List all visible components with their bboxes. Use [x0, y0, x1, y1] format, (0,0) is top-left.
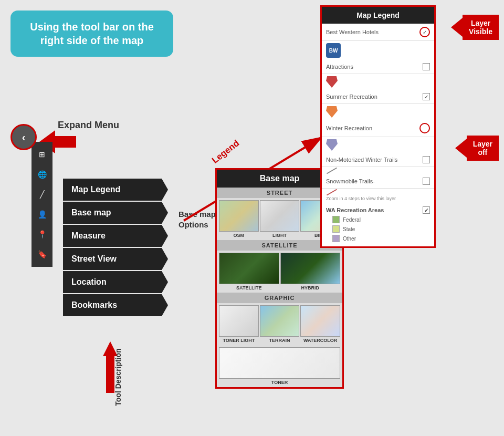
legend-label-winter-rec: Winter Recreation: [326, 125, 372, 131]
basemap-thumb-toner[interactable]: TONER: [219, 347, 340, 385]
sidebar-item-measure[interactable]: Measure ╱: [63, 225, 168, 247]
legend-label-summer-rec: Summer Recreation: [326, 94, 377, 100]
layer-visible-container: LayerVisible: [463, 15, 499, 40]
sidebar-icon-person: 👤: [173, 247, 194, 271]
sidebar-icon-pin: 📍: [173, 271, 194, 294]
legend-item-left-winter: Winter Recreation: [326, 125, 372, 131]
legend-wa-state: State: [322, 224, 434, 234]
legend-item-hotels: Best Western Hotels ✓: [322, 24, 434, 41]
info-box-text: Using the tool bar on the right side of …: [30, 21, 154, 46]
basemap-thumb-osm[interactable]: OSM: [219, 200, 259, 238]
expand-menu-label: Expand Menu: [58, 120, 119, 131]
legend-checkbox-hotels[interactable]: ✓: [419, 27, 430, 37]
legend-item-trails: Non-Motorized Winter Trails: [322, 153, 434, 167]
basemap-thumb-terrain[interactable]: TERRAIN: [260, 305, 300, 343]
icon-bookmark[interactable]: 🔖: [33, 245, 51, 264]
icon-person[interactable]: 👤: [33, 205, 51, 224]
layer-off-container: Layeroff: [467, 136, 499, 161]
legend-checkbox-summer-rec[interactable]: ✓: [423, 93, 430, 100]
legend-sub-label-state: State: [343, 226, 355, 232]
sidebar-item-map-legend[interactable]: Map Legend ⊞: [63, 179, 168, 201]
legend-label-attractions: Attractions: [326, 64, 353, 70]
legend-checkbox-attractions[interactable]: [423, 63, 430, 70]
legend-checkbox-snowmobile[interactable]: [423, 178, 430, 185]
basemap-thumb-img-terrain: [260, 305, 300, 337]
legend-icon-row-attractions: [322, 74, 434, 90]
legend-shield-red-icon: [326, 76, 338, 88]
sidebar-item-label: Base map: [71, 208, 111, 217]
layer-visible-label: LayerVisible: [463, 15, 499, 40]
sidebar-item-label: Map Legend: [71, 185, 120, 194]
legend-color-federal: [332, 216, 340, 223]
legend-item-summer-rec: Summer Recreation ✓: [322, 90, 434, 104]
legend-icon-row-trails: [322, 167, 434, 174]
basemap-thumb-label-terrain: TERRAIN: [260, 338, 300, 343]
basemap-toner-thumbnails: TONER: [217, 345, 342, 387]
legend-title: Map Legend: [322, 7, 434, 24]
basemap-thumb-label-toner: TONER: [219, 380, 340, 385]
layer-off-arrow-head: [455, 139, 467, 158]
tool-description-label: Tool Description: [114, 348, 122, 406]
basemap-thumb-toner-light[interactable]: TONER LIGHT: [219, 305, 259, 343]
expand-menu-button[interactable]: ‹: [10, 124, 37, 150]
sidebar-item-label: Street View: [71, 254, 117, 264]
basemap-graphic-thumbnails: TONER LIGHT TERRAIN WATERCOLOR: [217, 303, 342, 345]
zoom-note: Zoom in 4 steps to view this layer: [322, 196, 434, 203]
legend-color-state: [332, 225, 340, 233]
legend-label-wa-rec: WA Recreation Areas: [326, 207, 384, 213]
sidebar-item-location[interactable]: Location 📍: [63, 271, 168, 293]
basemap-thumb-img-toner-light: [219, 305, 259, 337]
sidebar-item-label: Location: [71, 277, 107, 287]
legend-checkbox-wa-rec[interactable]: ✓: [423, 206, 430, 214]
legend-line-icon: [327, 168, 337, 174]
legend-wa-other: Other: [322, 234, 434, 243]
legend-item-left-attractions: Attractions: [326, 64, 353, 70]
legend-shield-orange-icon: [326, 106, 338, 118]
legend-wa-federal: Federal: [322, 215, 434, 224]
basemap-thumb-label-osm: OSM: [219, 233, 259, 238]
legend-line-red-icon: [327, 189, 337, 196]
legend-item-left-snowmobile: Snowmobile Trails-: [326, 178, 375, 184]
icon-globe[interactable]: 🌐: [33, 165, 51, 184]
legend-item-left-summer: Summer Recreation: [326, 94, 377, 100]
legend-item-winter-rec: Winter Recreation: [322, 120, 434, 137]
legend-label-snowmobile: Snowmobile Trails-: [326, 178, 375, 184]
basemap-thumb-label-satellite: SATELLITE: [219, 285, 279, 290]
basemap-thumb-label-hybrid: HYBRID: [280, 285, 341, 290]
legend-checkbox-trails[interactable]: [423, 156, 430, 163]
basemap-thumb-watercolor[interactable]: WATERCOLOR: [300, 305, 340, 343]
legend-item-attractions: Attractions: [322, 60, 434, 74]
icon-strip: ⊞ 🌐 ╱ 👤 📍 🔖: [32, 142, 52, 267]
layer-visible-arrow-head: [451, 18, 463, 37]
basemap-thumb-label-toner-light: TONER LIGHT: [219, 338, 259, 343]
legend-icon-row-hotels: BW: [322, 41, 434, 60]
sidebar-item-label: Bookmarks: [71, 300, 117, 310]
legend-label-hotels: Best Western Hotels: [326, 29, 379, 35]
legend-checkbox-winter-rec[interactable]: [419, 123, 430, 133]
basemap-thumb-light[interactable]: LIGHT: [260, 200, 300, 238]
basemap-thumb-hybrid[interactable]: HYBRID: [280, 253, 341, 290]
legend-label-trails: Non-Motorized Winter Trails: [326, 157, 397, 163]
basemap-thumb-label-watercolor: WATERCOLOR: [300, 338, 340, 343]
legend-item-snowmobile: Snowmobile Trails-: [322, 174, 434, 189]
legend-icon-row-summer: [322, 104, 434, 120]
sidebar-item-base-map[interactable]: Base map 🌐: [63, 202, 168, 224]
sidebar-item-street-view[interactable]: Street View 👤: [63, 248, 168, 270]
legend-sub-label-other: Other: [343, 236, 356, 242]
sidebar-item-label: Measure: [71, 231, 106, 241]
icon-layers[interactable]: ⊞: [33, 145, 51, 164]
sidebar-item-bookmarks[interactable]: Bookmarks 🔖: [63, 294, 168, 316]
basemap-section-graphic: GRAPHIC: [217, 293, 342, 303]
legend-icon-row-winter: [322, 137, 434, 153]
icon-ruler[interactable]: ╱: [33, 185, 51, 204]
basemap-thumb-img-osm: [219, 200, 259, 232]
basemap-thumb-img-light: [260, 200, 300, 232]
legend-item-left-trails: Non-Motorized Winter Trails: [326, 157, 397, 163]
legend-color-other: [332, 235, 340, 242]
basemap-thumb-satellite[interactable]: SATELLITE: [219, 253, 279, 290]
legend-item-left-hotels: Best Western Hotels: [326, 29, 379, 35]
basemap-thumb-label-light: LIGHT: [260, 233, 300, 238]
basemap-thumb-img-satellite: [219, 253, 279, 284]
icon-pin[interactable]: 📍: [33, 225, 51, 244]
basemap-satellite-thumbnails: SATELLITE HYBRID: [217, 251, 342, 293]
